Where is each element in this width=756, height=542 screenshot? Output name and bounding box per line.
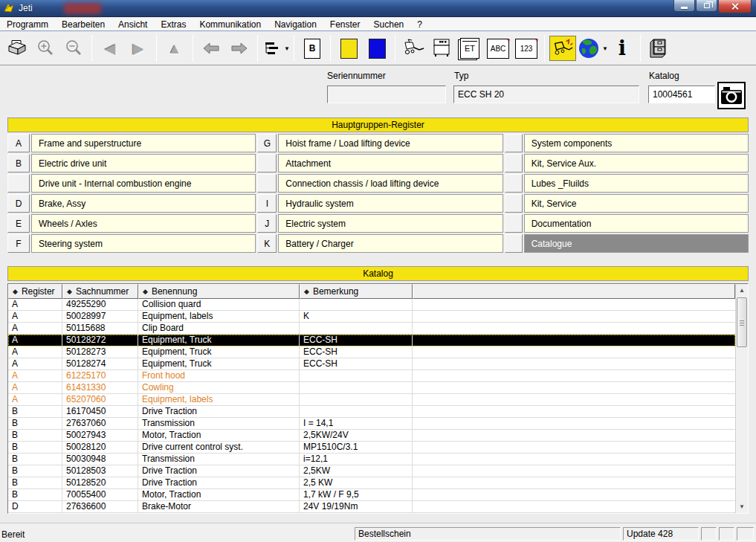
hg-group-cell[interactable]: Connection chassis / load lifting device (278, 174, 503, 193)
yellow-marker-button[interactable] (335, 34, 363, 62)
scrollbar-thumb[interactable] (737, 297, 747, 347)
blue-marker-button[interactable] (363, 34, 391, 62)
forklift-button[interactable] (399, 34, 427, 62)
history-forward-button[interactable] (225, 34, 253, 62)
minimize-button[interactable] (673, 0, 695, 12)
column-header-register[interactable]: ◆Register (8, 284, 62, 299)
bom-button[interactable]: B (298, 34, 326, 62)
et-catalog-button[interactable]: ET (456, 34, 484, 62)
column-header-bemerkung[interactable]: ◆Bemerkung (300, 284, 413, 299)
tree-view-button[interactable]: ▼ (262, 34, 290, 62)
hg-group-cell[interactable]: Electric drive unit (31, 154, 256, 172)
hg-group-cell[interactable]: Hoist frame / Load lifting device (278, 134, 503, 152)
charger-cabinet-button[interactable] (427, 34, 456, 62)
table-row[interactable]: A61225170Front hood (8, 370, 735, 382)
hg-group-cell[interactable]: Steering system (31, 234, 256, 253)
nav-up-button[interactable]: ▲ (161, 34, 189, 62)
menu-item-ansicht[interactable]: Ansicht (112, 18, 154, 31)
tree-dropdown-caret-icon[interactable]: ▼ (284, 45, 290, 52)
hg-group-cell[interactable]: Lubes _Fluilds (524, 174, 749, 193)
print-button[interactable] (3, 34, 31, 62)
menu-item-bearbeiten[interactable]: Bearbeiten (55, 18, 112, 31)
column-header-filler[interactable] (413, 284, 735, 299)
table-row[interactable]: B50030948Transmissioni=12,1 (8, 454, 735, 465)
hg-letter-cell-f[interactable]: F (7, 234, 30, 253)
numeric-index-button[interactable]: * 123 (512, 34, 540, 62)
hg-letter-cell-g[interactable]: G (257, 134, 277, 152)
forklift-active-button[interactable] (549, 34, 577, 62)
hg-group-cell[interactable]: Hydraulic system (278, 194, 503, 213)
table-row[interactable]: B50128503Drive Traction2,5KW (8, 465, 735, 477)
table-row[interactable]: A50128273Equipment, TruckECC-SH (8, 346, 735, 358)
hg-group-cell[interactable]: Brake, Assy (31, 194, 256, 213)
archive-button[interactable] (644, 34, 673, 62)
hg-letter-cell[interactable] (257, 174, 277, 193)
zoom-out-button[interactable] (59, 34, 88, 62)
globe-button[interactable]: ▼ (577, 34, 608, 62)
hg-letter-cell-a[interactable]: A (7, 134, 30, 152)
table-row[interactable]: B16170450Drive Traction (8, 406, 735, 418)
hg-letter-cell[interactable] (505, 174, 523, 193)
seriennummer-input[interactable] (327, 86, 446, 103)
zoom-in-button[interactable] (31, 34, 59, 62)
table-row[interactable]: B70055400Motor, Traction1,7 kW / F 9,5 (8, 489, 735, 501)
katalog-input[interactable] (648, 86, 715, 103)
scroll-down-button[interactable]: ▼ (736, 500, 748, 513)
photo-button[interactable] (717, 82, 746, 109)
hg-letter-cell[interactable] (505, 214, 523, 233)
menu-item-suchen[interactable]: Suchen (367, 18, 411, 31)
hg-group-cell[interactable]: Battery / Charger (278, 234, 503, 253)
menu-item-fenster[interactable]: Fenster (323, 18, 367, 31)
hg-group-cell[interactable]: Documentation (524, 214, 749, 233)
menu-item-help[interactable]: ? (410, 18, 429, 31)
hg-letter-cell-i[interactable]: I (257, 194, 277, 213)
table-row[interactable]: A65207060Equipment, labels (8, 394, 735, 406)
table-row[interactable]: A50115688Clip Board (8, 323, 735, 335)
column-header-benennung[interactable]: ◆Benennung (138, 284, 300, 299)
table-row[interactable]: A50128272Equipment, TruckECC-SH (8, 335, 735, 346)
typ-input[interactable] (453, 86, 639, 103)
hg-letter-cell-k[interactable]: K (257, 234, 277, 253)
table-row[interactable]: A50028997Equipment, labelsK (8, 311, 735, 323)
abc-index-button[interactable]: * ABC (484, 34, 512, 62)
hg-group-cell[interactable]: System components (524, 134, 749, 152)
hg-group-cell[interactable]: Electric system (278, 214, 503, 233)
info-button[interactable]: i (608, 34, 636, 62)
restore-button[interactable] (696, 0, 717, 12)
hg-letter-cell-j[interactable]: J (257, 214, 277, 233)
hg-letter-cell[interactable] (505, 134, 523, 152)
hg-group-cell[interactable]: Catalogue (524, 234, 749, 253)
table-row[interactable]: B50028120Drive current control syst.MP15… (8, 442, 735, 454)
hg-letter-cell-d[interactable]: D (7, 194, 30, 213)
table-row[interactable]: B50128520Drive Traction2,5 KW (8, 477, 735, 489)
globe-dropdown-caret-icon[interactable]: ▼ (602, 45, 608, 52)
menu-item-extras[interactable]: Extras (154, 18, 193, 31)
hg-letter-cell-e[interactable]: E (7, 214, 30, 233)
nav-forward-button[interactable]: ▶ (124, 34, 152, 62)
scroll-up-button[interactable]: ▲ (736, 284, 748, 297)
table-row[interactable]: A49255290Collision quard (8, 299, 735, 311)
menu-item-kommunikation[interactable]: Kommunikation (193, 18, 268, 31)
hg-letter-cell-b[interactable]: B (7, 154, 30, 172)
table-row[interactable]: A50128274Equipment, TruckECC-SH (8, 358, 735, 370)
hg-group-cell[interactable]: Kit, Service (524, 194, 749, 213)
table-row[interactable]: D27636600Brake-Motor24V 19/19Nm (8, 501, 735, 513)
table-row[interactable]: B50027943Motor, Traction2,5KW/24V (8, 430, 735, 442)
hg-letter-cell[interactable] (505, 194, 523, 213)
menu-item-programm[interactable]: Programm (0, 18, 55, 31)
menu-item-navigation[interactable]: Navigation (268, 18, 323, 31)
hg-letter-cell[interactable] (505, 234, 523, 253)
hg-letter-cell[interactable] (7, 174, 30, 193)
hg-group-cell[interactable]: Drive unit - Internal combustion engine (31, 174, 256, 193)
table-row[interactable]: B27637060TransmissionI = 14,1 (8, 418, 735, 430)
close-button[interactable] (718, 0, 752, 13)
hg-group-cell[interactable]: Kit, Service Aux. (524, 154, 749, 172)
hg-group-cell[interactable]: Frame and superstructure (31, 134, 256, 152)
table-row[interactable]: A61431330Cowling (8, 382, 735, 394)
vertical-scrollbar[interactable]: ▲ ▼ (735, 284, 748, 513)
history-back-button[interactable] (197, 34, 225, 62)
column-header-sachnummer[interactable]: ◆Sachnummer (62, 284, 138, 299)
hg-group-cell[interactable]: Wheels / Axles (31, 214, 256, 233)
hg-letter-cell[interactable] (257, 154, 277, 172)
hg-letter-cell[interactable] (505, 154, 523, 172)
